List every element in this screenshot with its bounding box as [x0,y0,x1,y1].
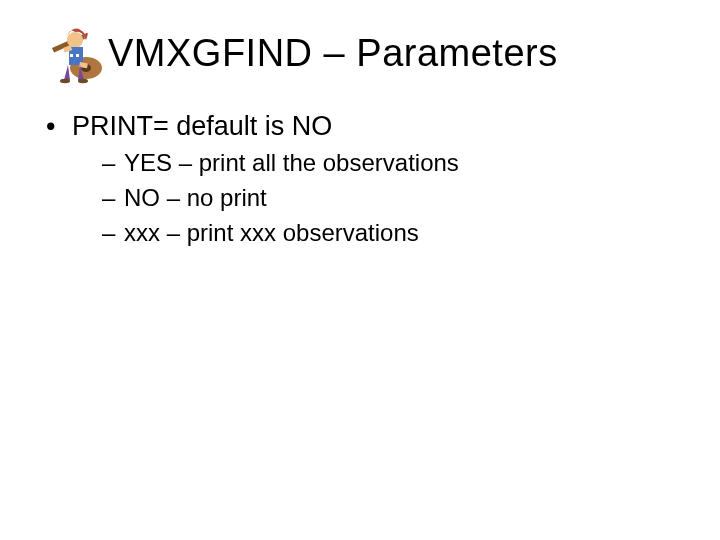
bullet-list-level1: PRINT= default is NO YES – print all the… [40,108,680,251]
svg-point-7 [60,79,70,83]
bullet-level2-text: NO – no print [124,184,267,211]
title-row: VMXGFIND – Parameters [40,24,680,84]
cartoon-guitar-player-icon [40,24,110,84]
svg-point-8 [78,79,88,83]
slide-title: VMXGFIND – Parameters [108,33,558,75]
slide: VMXGFIND – Parameters PRINT= default is … [0,0,720,540]
svg-rect-10 [76,54,79,57]
bullet-level1-item: PRINT= default is NO YES – print all the… [46,108,680,251]
svg-rect-9 [70,54,73,57]
bullet-level2-text: YES – print all the observations [124,149,459,176]
svg-point-3 [67,32,83,48]
bullet-level2-text: xxx – print xxx observations [124,219,419,246]
bullet-level1-text: PRINT= default is NO [72,111,332,141]
bullet-level2-item: xxx – print xxx observations [102,216,680,251]
bullet-level2-item: YES – print all the observations [102,146,680,181]
bullet-level2-item: NO – no print [102,181,680,216]
bullet-list-level2: YES – print all the observations NO – no… [72,146,680,250]
